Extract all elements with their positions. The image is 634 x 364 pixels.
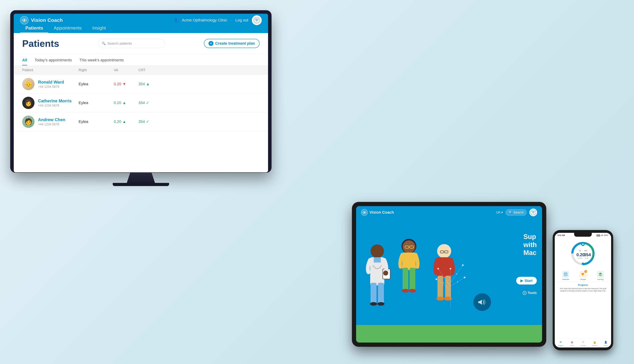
svg-point-57 <box>444 277 445 278</box>
patient-info: 👴 Ronald Ward +44 1234 5678 <box>22 78 79 90</box>
tabs-row: All Today's appointments This week's app… <box>14 54 268 66</box>
svg-rect-75 <box>565 274 566 275</box>
cell-crt: 354 ✓ <box>138 120 163 124</box>
tablet-promo-text: SupwithMac <box>523 233 537 257</box>
signal-icon: ▐▐▐ <box>596 234 600 236</box>
svg-point-55 <box>464 276 466 278</box>
lifestyle-action[interactable]: 12 Lifestyle <box>579 271 586 280</box>
progress-title: Progress <box>557 284 609 286</box>
col-right: Right <box>79 68 114 72</box>
svg-point-54 <box>436 278 437 280</box>
patient-phone: +44 1234 5678 <box>38 104 72 108</box>
treatment-icon <box>564 272 568 276</box>
lifestyle-label: Lifestyle <box>580 278 586 280</box>
svg-rect-17 <box>370 283 376 304</box>
svg-rect-31 <box>402 252 416 270</box>
create-treatment-button[interactable]: + Create treatment plan <box>204 39 260 48</box>
tab-all[interactable]: All <box>22 58 27 66</box>
svg-rect-18 <box>378 283 384 304</box>
logout-link[interactable]: Log out <box>236 18 248 22</box>
wifi-icon: wifi <box>600 234 603 236</box>
bayer-logo-svg: BAYER <box>254 17 260 24</box>
start-label: Start <box>524 279 533 283</box>
tablet-search-button[interactable]: 🔍 Search <box>506 209 527 216</box>
tablet-logo-icon <box>361 209 368 216</box>
svg-point-56 <box>450 268 451 270</box>
desktop-monitor: Vision Coach 👤 Acme Opthalmology Clinic … <box>11 10 271 179</box>
nav-profile[interactable]: 👤 Profile <box>603 340 608 346</box>
learning-action[interactable]: Learning <box>597 271 604 280</box>
svg-point-7 <box>364 212 365 213</box>
tablet-start-button[interactable]: ▶ Start <box>516 277 537 284</box>
treatment-action[interactable]: Treatment <box>562 271 569 280</box>
svg-point-35 <box>409 289 416 292</box>
svg-rect-74 <box>565 274 566 274</box>
learning-icon <box>598 272 602 276</box>
logo-icon <box>20 16 29 24</box>
eye-logo-icon <box>22 18 27 23</box>
search-label: Search <box>514 211 524 214</box>
battery-icon: 100% <box>604 234 608 236</box>
desktop-content: Patients 🔍 Search patients + Create trea… <box>14 33 268 172</box>
search-bar[interactable]: 🔍 Search patients <box>98 39 165 48</box>
table-row[interactable]: 👩 Catherine Morris +44 1234 5678 Eylea 0… <box>14 94 268 112</box>
patients-header: Patients 🔍 Search patients + Create trea… <box>14 33 268 54</box>
region-selector[interactable]: UK ▾ <box>496 210 503 214</box>
avatar: 🧑 <box>22 116 35 128</box>
table-row[interactable]: 👴 Ronald Ward +44 1234 5678 Eylea 0.20 ▼… <box>14 75 268 94</box>
avatar: 👴 <box>22 78 35 90</box>
tab-today[interactable]: Today's appointments <box>35 58 72 66</box>
learning-label: Learning <box>597 278 603 280</box>
patient-name: Ronald Ward <box>38 80 64 84</box>
phone-device: 9:41 AM ▐▐▐ wifi 100% <box>553 230 613 350</box>
svg-point-72 <box>582 262 584 265</box>
circular-gauge: VA CRT 0.20 354 ▲ 0.08 ▼ 45 <box>570 240 596 267</box>
col-crt: CRT <box>138 68 163 72</box>
table-row[interactable]: 🧑 Andrew Chen +44 1234 5678 Eylea 0.20 ▲… <box>14 112 268 131</box>
avatar: 👩 <box>22 97 35 109</box>
monitor-stand <box>123 172 158 183</box>
clinic-name: Acme Opthalmology Clinic <box>182 18 227 22</box>
tablet-main-content: SupwithMac ▶ Start + Tools <box>356 219 542 342</box>
desktop-nav: Patients Appointments Insight <box>20 24 262 33</box>
nav-appointments[interactable]: Appointments <box>48 25 87 33</box>
monitor-base <box>113 183 169 186</box>
nav-connect[interactable]: 🔒 Connect <box>592 340 597 346</box>
nav-progress[interactable]: 👁 Progress <box>558 340 564 346</box>
nav-goals[interactable]: ◎ Goals <box>570 340 574 346</box>
patient-info: 👩 Catherine Morris +44 1234 5678 <box>22 97 79 109</box>
search-icon: 🔍 <box>102 42 106 45</box>
progress-nav-label: Progress <box>558 345 564 346</box>
nav-insight[interactable]: Insight <box>87 25 111 33</box>
col-patient: Patient <box>22 68 79 72</box>
phone-status-icons: ▐▐▐ wifi 100% <box>596 234 608 236</box>
header-right: 👤 Acme Opthalmology Clinic · Log out BAY… <box>173 15 262 25</box>
connect-nav-label: Connect <box>592 345 597 346</box>
start-arrow-icon: ▶ <box>520 278 523 283</box>
svg-point-52 <box>437 268 439 270</box>
cell-treatment: Eylea <box>79 82 114 86</box>
svg-point-60 <box>457 281 458 282</box>
progress-text: Your vision has improved since it was la… <box>557 287 609 292</box>
phone-screen: 9:41 AM ▐▐▐ wifi 100% <box>555 233 611 348</box>
cell-treatment: Eylea <box>79 100 114 105</box>
tab-this-week[interactable]: This week's appointments <box>79 58 124 66</box>
bayer-logo: BAYER <box>252 15 262 25</box>
nav-lifestyle[interactable]: ♡ Lifestyle <box>580 340 586 346</box>
nav-patients[interactable]: Patients <box>20 25 48 33</box>
progress-nav-icon: 👁 <box>558 340 563 344</box>
svg-text:VA: VA <box>579 250 581 252</box>
cell-treatment: Eylea <box>79 120 114 124</box>
patient-details: Catherine Morris +44 1234 5678 <box>38 98 72 108</box>
tablet-tools-button[interactable]: + Tools <box>523 291 537 295</box>
svg-text:354: 354 <box>584 252 591 257</box>
patient-info: 🧑 Andrew Chen +44 1234 5678 <box>22 116 79 128</box>
phone-progress-section: Progress Your vision has improved since … <box>555 282 611 338</box>
col-extra <box>163 68 188 72</box>
goals-nav-icon: ◎ <box>570 340 574 344</box>
profile-nav-icon: 👤 <box>603 340 608 344</box>
lifestyle-icon <box>581 272 585 276</box>
dot-separator: · <box>231 18 232 22</box>
tablet-app-name: Vision Coach <box>369 210 394 215</box>
tablet-frame: Vision Coach UK ▾ 🔍 Search BAYER <box>352 202 546 346</box>
